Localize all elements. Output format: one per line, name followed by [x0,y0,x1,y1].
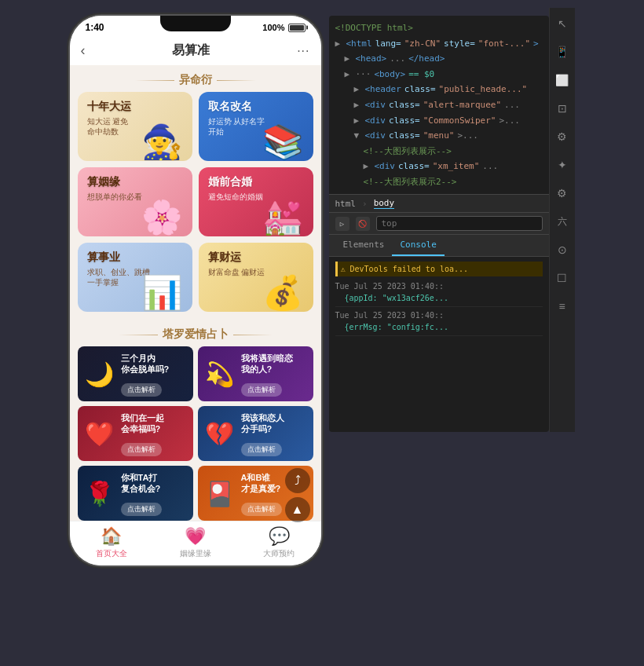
code-line-head[interactable]: ▶ <head> ... </head> [335,51,543,67]
tarot-title-together: 我们在一起会幸福吗? [121,412,190,435]
card-wealth-text: 算财运 财富命盘 偏财运 [208,251,265,277]
card-marriage-subtitle: 避免短命的婚姻 [208,192,263,202]
tarot-text-reunion: 你和TA打复合机会? [121,472,190,495]
log-ts-2: Tue Jul 25 2023 01:40:: [335,311,444,320]
scroll-up-button[interactable]: ▲ [285,497,310,521]
card-wealth-title: 算财运 [208,251,265,265]
code-html-close: > [533,37,539,51]
code-marquee-tag: <div [365,98,386,112]
code-head-ellipsis: ... [390,52,405,66]
breadcrumb-body[interactable]: body [374,198,395,209]
sidebar-icon-elements[interactable]: ⬜ [553,71,572,90]
code-html-attr-style: style= [444,37,475,51]
code-line-menu[interactable]: ▼ <div class= "menu" >... [335,128,543,144]
console-run-btn[interactable]: ▷ [335,217,349,231]
nav-booking[interactable]: 💬 大师预约 [237,526,321,559]
code-line-marquee[interactable]: ▶ <div class= "alert-marquee" ... [335,97,543,113]
devtools-code-view: <!DOCTYPE html> ▶ <html lang= "zh-CN" st… [329,16,549,194]
sidebar-icon-menu[interactable]: ≡ [553,297,572,316]
tarot-text-breakup: 我该和恋人分手吗? [241,412,310,435]
card-naming-img: 📚 [258,98,309,161]
card-dayun[interactable]: 十年大运 知大运 避免命中劫数 🧙 [78,92,192,161]
code-xm1-tag: <div [375,159,396,174]
battery-fill [290,25,304,31]
card-wealth[interactable]: 算财运 财富命盘 偏财运 💰 [199,243,313,312]
card-career[interactable]: 算事业 求职、创业、跳槽一手掌握 📊 [78,243,192,312]
card-dayun-text: 十年大运 知大运 避免命中劫数 [87,100,131,137]
tarot-card-single[interactable]: 🌙 三个月内你会脱单吗? 点击解析 [78,346,193,401]
card-career-img: 📊 [137,249,188,312]
card-naming[interactable]: 取名改名 好运势 从好名字开始 📚 [199,92,313,161]
card-fate-img: 🌸 [137,174,188,236]
console-input[interactable] [376,216,543,231]
code-line-swiper[interactable]: ▶ <div class= "CommonSwiper" >... [335,113,543,129]
tab-console[interactable]: Console [392,235,444,256]
breadcrumb-html[interactable]: html [335,199,357,209]
battery-icon [288,24,306,32]
tarot-btn-single[interactable]: 点击解析 [121,383,162,397]
card-dayun-title: 十年大运 [87,100,131,114]
tarot-card-destined[interactable]: 💫 我将遇到暗恋我的人? 点击解析 [198,346,313,401]
more-button[interactable]: ··· [297,44,309,58]
tarot-section-line-left [119,335,158,335]
nav-home[interactable]: 🏠 首页大全 [70,526,154,559]
tab-elements[interactable]: Elements [335,235,393,256]
log-entry-2: Tue Jul 25 2023 01:40:: {errMsg: "config… [335,307,543,336]
console-clear-btn[interactable]: 🚫 [356,217,370,231]
code-line-html[interactable]: ▶ <html lang= "zh-CN" style= "font-..." … [335,36,543,52]
card-fate[interactable]: 算姻缘 想脱单的你必看 🌸 [78,167,192,236]
code-menu-val: "menu" [423,129,455,143]
code-arrow-html: ▶ [335,37,343,51]
sidebar-icon-console[interactable]: ⊡ [553,99,572,118]
nav-love[interactable]: 💗 姻缘里缘 [153,526,237,559]
tarot-card-breakup[interactable]: 💔 我该和恋人分手吗? 点击解析 [198,406,313,461]
share-button[interactable]: ⤴ [285,468,310,493]
sidebar-icon-cursor[interactable]: ↖ [553,14,572,33]
code-xm1-val: "xm_item" [433,159,480,174]
tarot-grid: 🌙 三个月内你会脱单吗? 点击解析 💫 我将遇到暗恋我的人? 点击解析 [78,346,313,521]
devtools-panel: <!DOCTYPE html> ▶ <html lang= "zh-CN" st… [329,16,549,432]
tarot-btn-breakup[interactable]: 点击解析 [241,443,282,456]
log-entry-1: Tue Jul 25 2023 01:40:: {appId: "wx13acf… [335,278,543,307]
tarot-btn-reunion[interactable]: 点击解析 [121,503,162,516]
code-html-attr-lang: lang= [375,37,401,51]
code-line-header[interactable]: ▶ <header class= "public_heade..." [335,82,543,97]
tarot-btn-ab[interactable]: 点击解析 [241,503,282,516]
tarot-card-together[interactable]: ❤️ 我们在一起会幸福吗? 点击解析 [78,406,193,461]
section-line-left [135,80,174,81]
tarot-title-breakup: 我该和恋人分手吗? [241,412,310,435]
code-swiper-val: "CommonSwiper" [423,114,496,128]
sidebar-icon-circle[interactable]: ⊙ [553,240,572,259]
code-line-doctype: <!DOCTYPE html> [335,20,543,36]
card-marriage[interactable]: 婚前合婚 避免短命的婚姻 💒 [199,167,313,236]
section-header-yiming: 异命衍 [70,65,321,92]
devtools-log: ⚠ DevTools failed to loa... Tue Jul 25 2… [329,257,549,432]
log-warning-text: ⚠ DevTools failed to loa... [341,265,469,273]
code-dollar-sign: == $0 [408,68,434,82]
tarot-btn-together[interactable]: 点击解析 [121,443,162,456]
tarot-title-single: 三个月内你会脱单吗? [121,353,190,375]
code-line-xm1[interactable]: ▶ <div class= "xm_item" ... [335,159,543,174]
code-arrow-menu: ▼ [354,129,362,143]
code-line-body[interactable]: ▶ ··· <body> == $0 [335,67,543,82]
sidebar-icon-device[interactable]: 📱 [553,42,572,61]
app-title: 易算准 [172,42,210,59]
sidebar-icon-network[interactable]: ✦ [553,156,572,174]
sidebar-icon-sources[interactable]: ⚙ [553,127,572,146]
sidebar-icon-device2[interactable]: ☐ [553,269,572,287]
devtools-breadcrumb-bar: html › body [329,194,549,212]
devtools-sidebar-icons: ↖ 📱 ⬜ ⊡ ⚙ ✦ ⚙ 六 ⊙ ☐ ≡ [549,8,575,432]
code-xm1-dots: ... [482,159,498,174]
tarot-text-destined: 我将遇到暗恋我的人? [241,353,310,375]
nav-love-icon: 💗 [185,526,206,547]
sidebar-icon-performance[interactable]: ⚙ [553,184,572,203]
breadcrumb-sep: › [362,199,368,209]
tarot-card-reunion[interactable]: 🌹 你和TA打复合机会? 点击解析 [78,466,193,521]
devtools-wrapper: <!DOCTYPE html> ▶ <html lang= "zh-CN" st… [329,8,575,432]
code-marquee-attr: class= [389,98,420,112]
tarot-btn-destined[interactable]: 点击解析 [241,383,282,397]
back-button[interactable]: ‹ [81,42,86,59]
code-line-comment2: <!--大图列表展示2--> [335,174,543,190]
code-swiper-tag: <div [365,114,386,128]
code-line-comment1: <!--大图列表展示--> [335,144,543,159]
